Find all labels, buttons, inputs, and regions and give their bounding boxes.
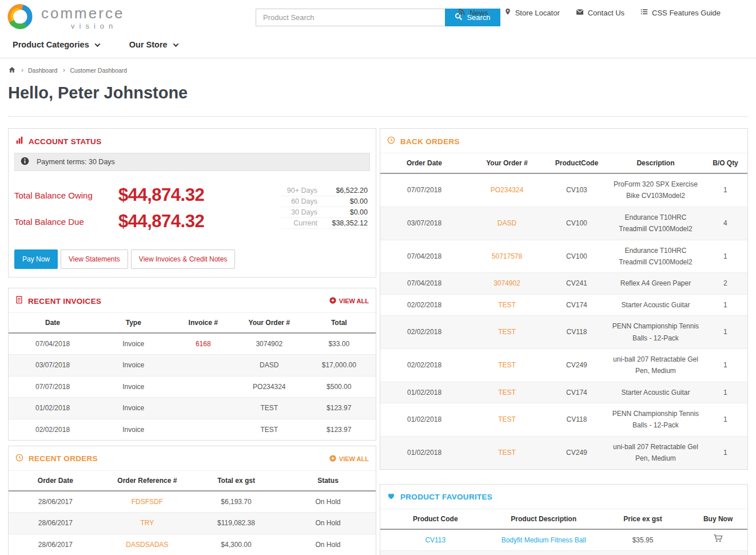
back-order-reference-link[interactable]: PO234324	[468, 173, 546, 207]
css-features-guide-label: CSS Features Guide	[652, 9, 721, 17]
back-order-reference-link[interactable]: 50717578	[468, 240, 546, 273]
news-link[interactable]: News	[458, 8, 488, 17]
back-order-description: ProForm 320 SPX Exercise Bike CV103Model…	[608, 173, 703, 207]
back-order-reference-link[interactable]: DASD	[468, 207, 546, 240]
back-order-qty: 2	[703, 273, 747, 294]
account-status-header: ACCOUNT STATUS	[9, 129, 376, 153]
chevron-right-icon	[20, 69, 23, 72]
back-order-row: 03/07/2018 DASD CV100 Endurance T10HRC T…	[380, 207, 747, 240]
recent-invoices-view-all[interactable]: VIEW ALL	[329, 297, 369, 305]
invoice-your-order: TEST	[236, 419, 303, 440]
back-order-date: 03/07/2018	[380, 207, 468, 240]
invoice-number-link[interactable]	[170, 376, 236, 397]
order-row: 28/06/2017 DASDSADAS $4,300.00 On Hold	[9, 534, 376, 555]
buy-now-cell	[689, 529, 747, 551]
col-invoice-num: Invoice #	[170, 313, 236, 334]
invoice-number-link[interactable]	[170, 355, 236, 376]
cart-icon[interactable]	[713, 534, 723, 542]
back-order-description: PENN Championship Tennis Balls - 12-Pack	[608, 316, 703, 349]
recent-orders-header: RECENT ORDERS VIEW ALL	[9, 446, 376, 470]
home-icon[interactable]	[9, 66, 15, 74]
css-features-guide-link[interactable]: CSS Features Guide	[640, 8, 721, 17]
invoice-your-order: TEST	[236, 398, 303, 419]
nav-our-store[interactable]: Our Store	[129, 40, 178, 49]
favourite-product-code-link[interactable]: CV113	[380, 529, 491, 551]
invoice-total: $33.00	[303, 333, 376, 355]
back-order-qty: 1	[703, 382, 747, 403]
col-your-order: Your Order #	[236, 313, 303, 334]
list-icon	[640, 8, 648, 17]
favourite-row: CV223 uni-ball Jetstream Retractable Rol…	[380, 551, 747, 555]
invoice-number-link[interactable]	[170, 398, 236, 419]
back-order-product-code: CV103	[546, 173, 608, 207]
store-locator-link[interactable]: Store Locator	[504, 8, 560, 17]
order-status: On Hold	[280, 491, 376, 513]
contact-us-link[interactable]: Contact Us	[576, 8, 624, 17]
back-order-reference-link[interactable]: TEST	[468, 382, 546, 403]
back-order-description: Starter Acoustic Guitar	[608, 382, 703, 403]
back-orders-panel: BACK ORDERS Order Date Your Order # Prod…	[380, 128, 748, 470]
order-reference-link[interactable]: TRY	[102, 513, 192, 534]
order-reference-link[interactable]: DASDSADAS	[102, 534, 192, 555]
favourite-product-description-link[interactable]: Bodyfit Medium Fitness Ball	[491, 529, 597, 551]
order-reference-link[interactable]: FDSFSDF	[102, 491, 192, 513]
recent-invoices-header: RECENT INVOICES VIEW ALL	[9, 288, 376, 312]
back-order-product-code: CV100	[546, 207, 608, 240]
search-input[interactable]	[256, 9, 445, 26]
balance-owing-label: Total Balance Owing	[14, 191, 118, 200]
invoice-row: 02/02/2018 Invoice TEST $123.97	[9, 419, 376, 440]
view-statements-button[interactable]: View Statements	[61, 249, 128, 269]
view-all-label: VIEW ALL	[339, 298, 369, 304]
aging-label: 90+ Days	[281, 187, 317, 195]
back-order-reference-link[interactable]: TEST	[468, 403, 546, 437]
favourite-row: CV113 Bodyfit Medium Fitness Ball $35.95	[380, 529, 747, 551]
heart-icon	[387, 492, 395, 502]
back-order-reference-link[interactable]: 3074902	[468, 273, 546, 294]
invoice-your-order: 3074902	[236, 333, 303, 355]
col-order-date: Order Date	[380, 153, 468, 174]
pay-now-button[interactable]: Pay Now	[14, 249, 58, 269]
product-favourites-table: Product Code Product Description Price e…	[380, 509, 747, 555]
invoice-total: $123.97	[303, 398, 376, 419]
back-order-reference-link[interactable]: TEST	[468, 316, 546, 349]
back-order-date: 01/02/2018	[380, 436, 468, 469]
right-column: BACK ORDERS Order Date Your Order # Prod…	[380, 128, 748, 555]
back-order-reference-link[interactable]: TEST	[468, 294, 546, 315]
chevron-down-icon	[94, 41, 100, 47]
order-total: $4,300.00	[192, 534, 280, 555]
col-type: Type	[97, 313, 170, 334]
main-navigation: Product Categories Our Store	[0, 37, 756, 58]
aging-row: 90+ Days $6,522.20	[281, 185, 368, 196]
view-invoices-credit-notes-button[interactable]: View Invoices & Credit Notes	[131, 249, 236, 269]
breadcrumb: Dashboard Customer Dashboard	[0, 58, 756, 74]
nav-product-categories-label: Product Categories	[13, 40, 89, 49]
aging-label: 30 Days	[281, 208, 317, 216]
aging-value: $0.00	[317, 197, 368, 205]
back-order-product-code: CV100	[546, 240, 608, 273]
back-order-product-code: CV174	[546, 382, 608, 403]
order-status: On Hold	[280, 534, 376, 555]
order-row: 28/06/2017 TRY $119,082.38 On Hold	[9, 513, 376, 534]
back-order-qty: 1	[703, 316, 747, 349]
invoice-number-link[interactable]: 6168	[170, 333, 236, 355]
favourite-product-code-link[interactable]: CV223	[380, 551, 491, 555]
back-orders-title: BACK ORDERS	[400, 137, 460, 146]
back-order-reference-link[interactable]: TEST	[468, 436, 546, 469]
invoice-number-link[interactable]	[170, 419, 236, 440]
recent-orders-view-all[interactable]: VIEW ALL	[329, 455, 369, 463]
back-order-row: 02/02/2018 TEST CV118 PENN Championship …	[380, 316, 747, 349]
commerce-vision-logo[interactable]: commerce vision	[6, 2, 124, 33]
col-order-reference: Order Reference #	[102, 470, 192, 491]
favourite-product-description-link[interactable]: uni-ball Jetstream Retractable Rollerbal…	[491, 551, 597, 555]
breadcrumb-dashboard[interactable]: Dashboard	[28, 67, 57, 74]
back-order-description: Reflex A4 Green Paper	[608, 273, 703, 294]
envelope-icon	[576, 9, 584, 17]
back-order-description: Starter Acoustic Guitar	[608, 294, 703, 315]
back-order-date: 07/04/2018	[380, 273, 468, 294]
balance-due-label: Total Balance Due	[14, 217, 118, 227]
nav-product-categories[interactable]: Product Categories	[13, 40, 100, 49]
back-order-description: uni-ball 207 Retractable Gel Pen, Medium	[608, 348, 703, 382]
back-order-reference-link[interactable]: TEST	[468, 348, 546, 382]
plus-circle-icon	[329, 297, 336, 305]
back-order-row: 02/02/2018 TEST CV174 Starter Acoustic G…	[380, 294, 747, 315]
